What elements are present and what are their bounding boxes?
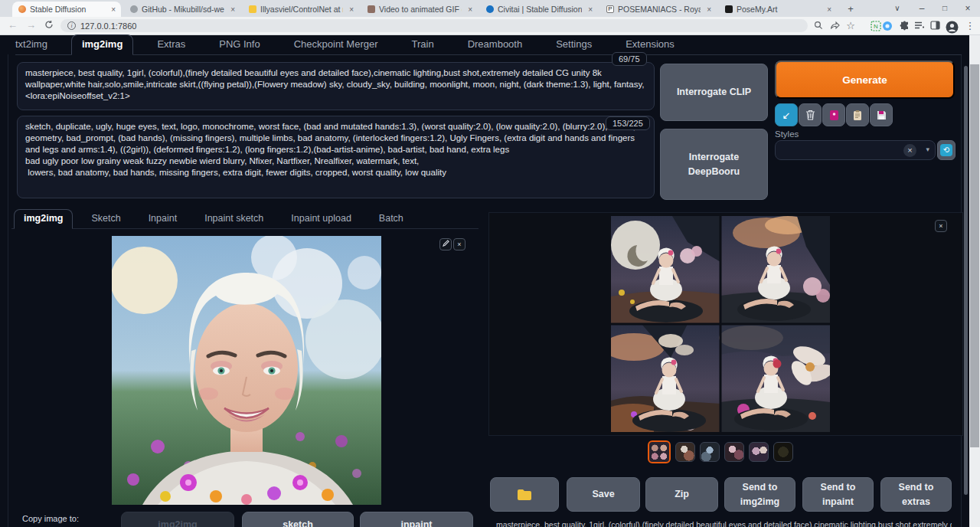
refresh-icon: ⟲ <box>940 144 952 156</box>
stable-diffusion-favicon <box>18 5 26 13</box>
new-tab-button[interactable]: + <box>844 3 857 15</box>
gallery-thumbnail-5[interactable] <box>749 442 769 462</box>
source-image-portrait[interactable] <box>112 236 381 505</box>
send-to-inpaint-button[interactable]: Send to inpaint <box>802 477 874 512</box>
tab-search-icon[interactable]: ∨ <box>887 0 908 17</box>
extension-n-icon[interactable]: N <box>870 20 882 32</box>
window-minimize-button[interactable]: – <box>911 0 933 17</box>
img2img-mode-tabs: img2img Sketch Inpaint Inpaint sketch In… <box>11 211 479 229</box>
huggingface-favicon <box>249 5 256 13</box>
copy-to-sketch-button[interactable]: sketch <box>242 512 354 527</box>
app-scrollbar-thumb[interactable] <box>964 66 968 495</box>
reload-button[interactable] <box>44 20 54 31</box>
paste-generation-params-button[interactable]: ↙ <box>775 103 798 126</box>
gif-converter-favicon <box>368 5 375 13</box>
gallery-thumbnail-2[interactable] <box>675 442 695 462</box>
send-to-extras-button[interactable]: Send to extras <box>880 477 952 512</box>
tab-close-icon[interactable]: × <box>347 5 356 14</box>
tab-close-icon[interactable]: × <box>466 5 475 14</box>
browser-tab-posemyart[interactable]: PoseMy.Art × <box>719 2 837 17</box>
subtab-sketch[interactable]: Sketch <box>91 210 120 228</box>
gallery-thumbnail-3[interactable] <box>700 442 720 462</box>
browser-tab-civitai[interactable]: Civitai | Stable Diffusion model… × <box>480 2 598 17</box>
tab-txt2img[interactable]: txt2img <box>15 35 47 54</box>
browser-tab-gif-converter[interactable]: Video to animated GIF converter × <box>361 2 478 17</box>
tab-close-icon[interactable]: × <box>228 5 237 14</box>
copy-to-img2img-button[interactable]: img2img <box>121 512 234 527</box>
open-folder-button[interactable] <box>490 477 559 512</box>
tab-img2img[interactable]: img2img <box>71 34 133 55</box>
browser-tab-stable-diffusion[interactable]: Stable Diffusion × <box>12 2 121 17</box>
address-bar[interactable]: i 127.0.0.1:7860 <box>60 19 808 32</box>
styles-dropdown[interactable]: × ▾ <box>775 140 936 160</box>
subtab-inpaint-sketch[interactable]: Inpaint sketch <box>204 210 263 228</box>
gallery-thumbnail-1[interactable] <box>648 440 671 463</box>
browser-scrollbar[interactable] <box>969 35 980 527</box>
browser-tab-github[interactable]: GitHub - Mikubill/sd-webui-co… × <box>124 2 240 17</box>
generated-image-grid[interactable] <box>611 216 830 432</box>
refresh-styles-button[interactable]: ⟲ <box>937 140 956 160</box>
floppy-disk-icon <box>877 110 887 120</box>
url-text: 127.0.0.1:7860 <box>80 21 136 31</box>
prompt-input[interactable]: masterpiece, best quality, 1girl, (color… <box>18 63 654 110</box>
site-info-icon[interactable]: i <box>67 21 76 30</box>
subtab-inpaint[interactable]: Inpaint <box>149 210 178 228</box>
tab-train[interactable]: Train <box>412 35 434 54</box>
subtab-batch[interactable]: Batch <box>379 210 403 228</box>
tab-close-icon[interactable]: × <box>825 5 834 14</box>
share-icon[interactable] <box>828 20 841 32</box>
main-tab-bar: txt2img img2img Extras PNG Info Checkpoi… <box>15 37 962 55</box>
send-to-img2img-button[interactable]: Send to img2img <box>724 477 795 512</box>
tab-extras[interactable]: Extras <box>157 35 185 54</box>
close-gallery-button[interactable]: × <box>935 220 947 232</box>
browser-tab-posemaniacs[interactable]: P POSEMANIACS - Royalty free 3… × <box>600 2 717 17</box>
gallery-thumbnail-4[interactable] <box>724 442 744 462</box>
bookmark-star-icon[interactable]: ☆ <box>844 20 857 32</box>
tab-settings[interactable]: Settings <box>556 35 592 54</box>
back-button[interactable]: ← <box>8 19 18 31</box>
remove-image-button[interactable]: × <box>453 238 466 250</box>
tab-close-icon[interactable]: × <box>109 5 118 14</box>
window-close-button[interactable]: × <box>957 0 978 17</box>
tab-close-icon[interactable]: × <box>586 5 595 14</box>
browser-scrollbar-thumb[interactable] <box>970 64 979 447</box>
window-maximize-button[interactable]: □ <box>934 0 956 17</box>
extension-blue-icon[interactable] <box>881 20 893 32</box>
tab-dreambooth[interactable]: Dreambooth <box>468 35 523 54</box>
apply-style-button[interactable] <box>846 103 869 126</box>
reading-list-icon[interactable] <box>913 20 926 32</box>
clear-prompt-button[interactable] <box>799 103 822 126</box>
generate-button[interactable]: Generate <box>775 61 955 99</box>
browser-menu-icon[interactable]: ⋮ <box>964 20 976 32</box>
save-style-button[interactable] <box>870 103 893 126</box>
tab-title: GitHub - Mikubill/sd-webui-co… <box>142 5 224 14</box>
interrogate-clip-button[interactable]: Interrogate CLIP <box>660 64 768 121</box>
subtab-inpaint-upload[interactable]: Inpaint upload <box>291 210 351 228</box>
side-panel-icon[interactable] <box>929 20 941 32</box>
save-button[interactable]: Save <box>567 477 640 512</box>
zip-button[interactable]: Zip <box>645 477 718 512</box>
browser-tabstrip: Stable Diffusion × GitHub - Mikubill/sd-… <box>0 0 980 17</box>
tab-png-info[interactable]: PNG Info <box>219 35 260 54</box>
forward-button[interactable]: → <box>26 19 36 31</box>
browser-toolbar: ← → i 127.0.0.1:7860 ☆ N <box>0 17 980 35</box>
extra-networks-button[interactable] <box>822 103 845 126</box>
extensions-puzzle-icon[interactable] <box>898 20 910 32</box>
gallery-thumbnail-6[interactable] <box>773 442 793 462</box>
tab-close-icon[interactable]: × <box>704 5 714 14</box>
copy-to-inpaint-button[interactable]: inpaint <box>360 512 473 527</box>
browser-tab-controlnet[interactable]: Illyasviel/ControlNet at main × <box>243 2 359 17</box>
edit-image-button[interactable] <box>439 238 452 250</box>
tab-title: POSEMANIACS - Royalty free 3… <box>618 5 701 14</box>
reload-icon <box>44 20 54 29</box>
negative-prompt-input[interactable]: sketch, duplicate, ugly, huge eyes, text… <box>18 116 654 198</box>
subtab-img2img[interactable]: img2img <box>14 209 73 229</box>
zoom-icon[interactable] <box>812 20 825 32</box>
profile-avatar[interactable] <box>946 20 958 32</box>
posemaniacs-favicon: P <box>606 5 614 13</box>
chevron-down-icon: ▾ <box>926 146 929 153</box>
interrogate-deepbooru-button[interactable]: Interrogate DeepBooru <box>660 129 768 200</box>
styles-clear-icon[interactable]: × <box>903 144 916 157</box>
tab-checkpoint-merger[interactable]: Checkpoint Merger <box>294 35 378 54</box>
screen: Stable Diffusion × GitHub - Mikubill/sd-… <box>0 0 980 527</box>
